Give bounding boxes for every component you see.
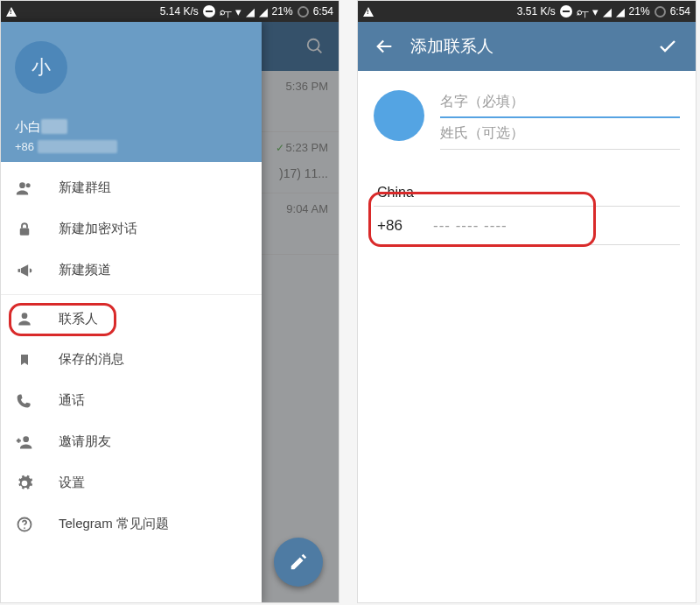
menu-label: 邀请朋友 [59,433,111,450]
lock-icon [15,221,34,238]
dnd-icon [560,5,572,18]
menu-label: 通话 [59,392,85,409]
svg-point-2 [19,182,25,188]
menu-invite-friends[interactable]: 邀请朋友 [1,421,262,462]
contact-avatar-placeholder[interactable] [374,90,424,141]
menu-label: 新建群组 [59,179,111,196]
signal-icon: ◢ [246,5,255,18]
clock: 6:54 [670,5,690,18]
menu-saved-messages[interactable]: 保存的消息 [1,339,262,380]
page-title: 添加联系人 [410,35,648,58]
status-bar: 5.14 K/s ⌕┬ ▾ ◢ ◢ 21% 6:54 [1,1,339,22]
menu-contacts[interactable]: 联系人 [1,294,262,339]
person-add-icon [15,433,34,451]
first-name-input[interactable]: 名字（必填） [440,87,680,118]
signal-icon-2: ◢ [259,5,268,18]
menu-label: 保存的消息 [59,351,124,368]
person-icon [15,310,34,327]
drawer-menu: 新建群组 新建加密对话 新建频道 联系人 [1,162,262,603]
menu-label: 设置 [59,475,85,491]
compose-fab[interactable] [274,538,323,587]
phone-input-row[interactable]: +86 --- ---- ---- [374,207,680,245]
menu-label: Telegram 常见问题 [59,516,169,532]
wifi-icon: ▾ [235,5,242,18]
last-name-input[interactable]: 姓氏（可选） [440,118,680,150]
menu-new-secret-chat[interactable]: 新建加密对话 [1,208,262,250]
menu-new-group[interactable]: 新建群组 [1,167,262,208]
battery-ring-icon [654,6,666,18]
battery-percent: 21% [629,5,650,18]
arrow-left-icon [375,37,395,56]
menu-settings[interactable]: 设置 [1,462,262,503]
phone-placeholder: --- ---- ---- [433,217,508,235]
warning-icon [6,7,17,17]
network-speed: 3.51 K/s [517,5,556,18]
svg-point-8 [24,527,25,529]
menu-new-channel[interactable]: 新建频道 [1,250,262,291]
country-code[interactable]: +86 [377,217,433,235]
menu-faq[interactable]: Telegram 常见问题 [1,503,262,545]
help-icon [15,516,34,533]
dnd-icon [203,5,215,18]
signal-icon: ◢ [603,5,612,18]
svg-point-5 [22,313,28,319]
drawer-header[interactable]: 小 小白xxxx +86 xxxxxxxxxxxxxx [1,22,262,162]
vpn-key-icon: ⌕┬ [220,6,231,17]
left-phone-screenshot: 5.14 K/s ⌕┬ ▾ ◢ ◢ 21% 6:54 [0,0,340,603]
bookmark-icon [15,351,34,369]
back-button[interactable] [367,32,403,61]
done-button[interactable] [648,31,687,62]
svg-rect-4 [20,228,30,235]
check-icon [657,36,678,57]
battery-ring-icon [298,6,309,18]
pencil-icon [289,552,308,572]
svg-point-3 [26,183,31,187]
battery-percent: 21% [272,5,293,18]
group-icon [15,179,34,197]
drawer-phone: +86 xxxxxxxxxxxxxx [15,140,117,153]
svg-point-6 [23,436,29,442]
phone-icon [15,392,34,410]
network-speed: 5.14 K/s [160,5,199,18]
add-contact-toolbar: 添加联系人 [358,22,696,71]
navigation-drawer: 小 小白xxxx +86 xxxxxxxxxxxxxx 新建群组 新建加密对话 [1,22,262,603]
clock: 6:54 [313,5,333,18]
avatar: 小 [15,41,67,94]
megaphone-icon [15,262,34,279]
drawer-username: 小白xxxx [15,119,67,136]
menu-label: 新建频道 [59,262,111,278]
gear-icon [15,475,34,492]
warning-icon [363,7,374,17]
right-phone-screenshot: 3.51 K/s ⌕┬ ▾ ◢ ◢ 21% 6:54 添加联系人 [357,0,696,603]
vpn-key-icon: ⌕┬ [577,6,588,17]
menu-label: 新建加密对话 [59,221,137,237]
wifi-icon: ▾ [592,5,598,18]
menu-calls[interactable]: 通话 [1,380,262,421]
signal-icon-2: ◢ [616,5,625,18]
status-bar: 3.51 K/s ⌕┬ ▾ ◢ ◢ 21% 6:54 [358,1,696,22]
country-selector[interactable]: China [374,185,680,207]
menu-label: 联系人 [59,311,98,327]
